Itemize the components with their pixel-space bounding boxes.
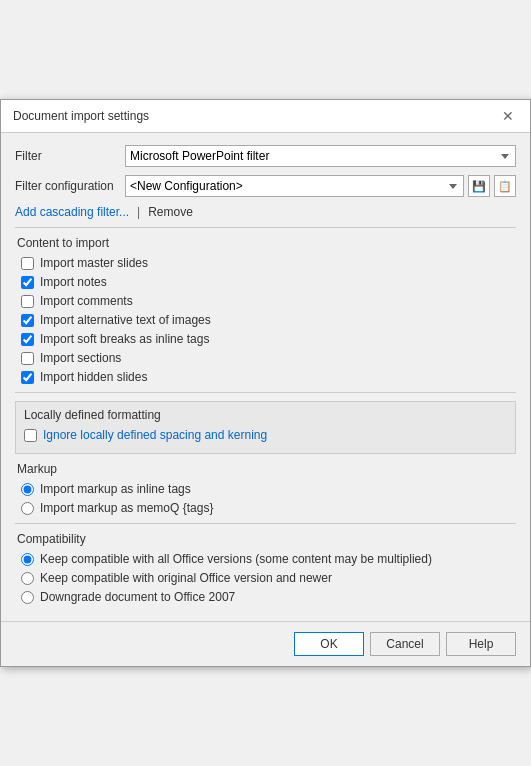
dialog-title: Document import settings	[13, 109, 149, 123]
separator-1	[15, 227, 516, 228]
separator-3	[15, 523, 516, 524]
import-notes-checkbox[interactable]	[21, 276, 34, 289]
checkbox-row-import-comments: Import comments	[21, 294, 514, 308]
compat-2007-radio[interactable]	[21, 591, 34, 604]
content-checkboxes: Import master slides Import notes Import…	[17, 256, 514, 384]
help-button[interactable]: Help	[446, 632, 516, 656]
compat-all-radio[interactable]	[21, 553, 34, 566]
compatibility-section: Compatibility Keep compatible with all O…	[15, 532, 516, 604]
import-sections-label[interactable]: Import sections	[40, 351, 121, 365]
separator-2	[15, 392, 516, 393]
import-hidden-label[interactable]: Import hidden slides	[40, 370, 147, 384]
filter-configuration-control-wrap: <New Configuration> 💾 📋	[125, 175, 516, 197]
import-notes-label[interactable]: Import notes	[40, 275, 107, 289]
save-config-button[interactable]: 💾	[468, 175, 490, 197]
markup-section: Markup Import markup as inline tags Impo…	[15, 462, 516, 515]
filter-configuration-select[interactable]: <New Configuration>	[125, 175, 464, 197]
title-bar: Document import settings ✕	[1, 100, 530, 133]
markup-memoq-radio[interactable]	[21, 502, 34, 515]
bottom-bar: OK Cancel Help	[1, 621, 530, 666]
filter-configuration-label: Filter configuration	[15, 179, 125, 193]
filter-row: Filter Microsoft PowerPoint filter	[15, 145, 516, 167]
radio-row-markup-memoq: Import markup as memoQ {tags}	[21, 501, 514, 515]
checkbox-row-ignore-spacing: Ignore locally defined spacing and kerni…	[24, 428, 507, 442]
import-soft-breaks-label[interactable]: Import soft breaks as inline tags	[40, 332, 209, 346]
saveas-config-button[interactable]: 📋	[494, 175, 516, 197]
checkbox-row-import-hidden: Import hidden slides	[21, 370, 514, 384]
ignore-spacing-label[interactable]: Ignore locally defined spacing and kerni…	[43, 428, 267, 442]
content-to-import-section: Content to import Import master slides I…	[15, 236, 516, 384]
markup-memoq-label[interactable]: Import markup as memoQ {tags}	[40, 501, 213, 515]
filter-control-wrap: Microsoft PowerPoint filter	[125, 145, 516, 167]
content-to-import-label: Content to import	[17, 236, 514, 250]
filter-configuration-row: Filter configuration <New Configuration>…	[15, 175, 516, 197]
compatibility-label: Compatibility	[17, 532, 514, 546]
compat-original-radio[interactable]	[21, 572, 34, 585]
cancel-button[interactable]: Cancel	[370, 632, 440, 656]
markup-radios: Import markup as inline tags Import mark…	[17, 482, 514, 515]
radio-row-compat-original: Keep compatible with original Office ver…	[21, 571, 514, 585]
compatibility-radios: Keep compatible with all Office versions…	[17, 552, 514, 604]
import-alt-text-checkbox[interactable]	[21, 314, 34, 327]
radio-row-markup-inline: Import markup as inline tags	[21, 482, 514, 496]
checkbox-row-import-sections: Import sections	[21, 351, 514, 365]
compat-2007-label[interactable]: Downgrade document to Office 2007	[40, 590, 235, 604]
compat-original-label[interactable]: Keep compatible with original Office ver…	[40, 571, 332, 585]
import-master-label[interactable]: Import master slides	[40, 256, 148, 270]
filter-select[interactable]: Microsoft PowerPoint filter	[125, 145, 516, 167]
filter-label: Filter	[15, 149, 125, 163]
close-button[interactable]: ✕	[498, 108, 518, 124]
ok-button[interactable]: OK	[294, 632, 364, 656]
document-import-settings-dialog: Document import settings ✕ Filter Micros…	[0, 99, 531, 667]
checkbox-row-import-alt-text: Import alternative text of images	[21, 313, 514, 327]
import-soft-breaks-checkbox[interactable]	[21, 333, 34, 346]
cascade-separator: |	[137, 205, 140, 219]
remove-link[interactable]: Remove	[148, 205, 193, 219]
import-comments-label[interactable]: Import comments	[40, 294, 133, 308]
dialog-content: Filter Microsoft PowerPoint filter Filte…	[1, 133, 530, 621]
compat-all-label[interactable]: Keep compatible with all Office versions…	[40, 552, 432, 566]
import-sections-checkbox[interactable]	[21, 352, 34, 365]
saveas-icon: 📋	[498, 180, 512, 193]
markup-label: Markup	[17, 462, 514, 476]
add-cascading-filter-link[interactable]: Add cascading filter...	[15, 205, 129, 219]
save-icon: 💾	[472, 180, 486, 193]
ignore-spacing-checkbox[interactable]	[24, 429, 37, 442]
import-comments-checkbox[interactable]	[21, 295, 34, 308]
checkbox-row-import-notes: Import notes	[21, 275, 514, 289]
markup-inline-radio[interactable]	[21, 483, 34, 496]
import-hidden-checkbox[interactable]	[21, 371, 34, 384]
markup-inline-label[interactable]: Import markup as inline tags	[40, 482, 191, 496]
locally-defined-label: Locally defined formatting	[24, 408, 507, 422]
radio-row-compat-2007: Downgrade document to Office 2007	[21, 590, 514, 604]
import-master-checkbox[interactable]	[21, 257, 34, 270]
import-alt-text-label[interactable]: Import alternative text of images	[40, 313, 211, 327]
locally-defined-section: Locally defined formatting Ignore locall…	[15, 401, 516, 454]
radio-row-compat-all: Keep compatible with all Office versions…	[21, 552, 514, 566]
cascade-row: Add cascading filter... | Remove	[15, 205, 516, 219]
checkbox-row-import-soft-breaks: Import soft breaks as inline tags	[21, 332, 514, 346]
checkbox-row-import-master: Import master slides	[21, 256, 514, 270]
